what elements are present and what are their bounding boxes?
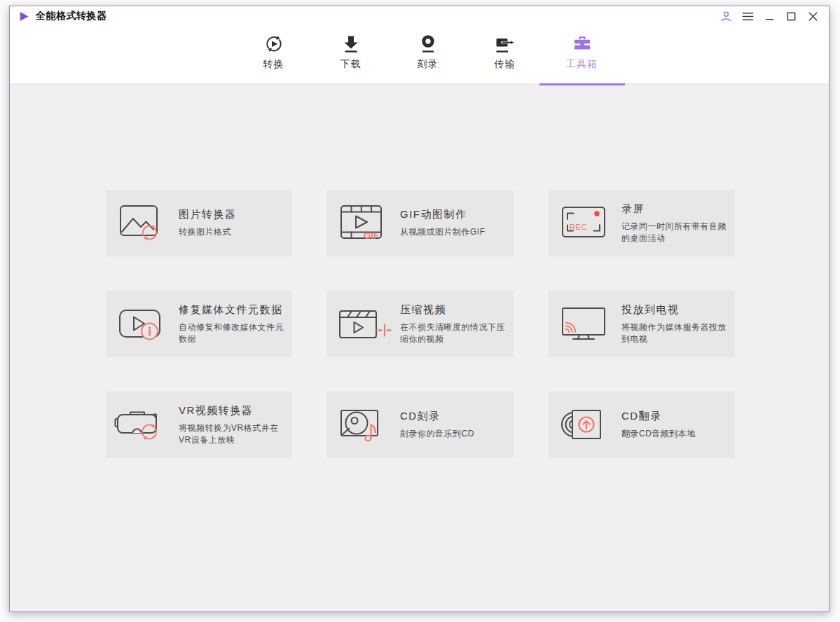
minimize-button[interactable] bbox=[761, 8, 778, 24]
card-title: GIF动图制作 bbox=[400, 208, 507, 221]
window-controls bbox=[717, 8, 822, 24]
card-description: 从视频或图片制作GIF bbox=[400, 226, 507, 238]
card-description: 刻录你的音乐到CD bbox=[400, 428, 507, 440]
cast-tv-icon bbox=[557, 303, 613, 346]
video-compressor-icon bbox=[336, 303, 392, 346]
card-description: 将视频转换为VR格式并在VR设备上放映 bbox=[179, 422, 285, 446]
card-description: 记录同一时间所有带有音频的桌面活动 bbox=[621, 221, 728, 244]
download-icon bbox=[340, 33, 362, 55]
app-logo-icon bbox=[18, 11, 30, 22]
card-video-compressor[interactable]: 压缩视频 在不损失清晰度的情况下压缩你的视频 bbox=[327, 291, 514, 357]
cd-burner-icon bbox=[336, 403, 392, 447]
main-nav: 转换 下载 刻录 传输 工具箱 bbox=[10, 26, 829, 85]
card-description: 转换图片格式 bbox=[179, 226, 285, 238]
card-metadata-fixer[interactable]: 修复媒体文件元数据 自动修复和修改媒体文件元数据 bbox=[106, 291, 292, 357]
image-converter-icon bbox=[114, 202, 170, 245]
card-text: CD翻录 翻录CD音频到本地 bbox=[621, 410, 728, 440]
tab-toolbox[interactable]: 工具箱 bbox=[549, 26, 616, 83]
tab-label: 转换 bbox=[263, 58, 284, 71]
tools-grid: 图片转换器 转换图片格式 GIF GIF动图制作 从视频或图片制作GIF REC… bbox=[106, 190, 735, 458]
card-title: 压缩视频 bbox=[400, 303, 507, 317]
cd-ripper-icon bbox=[557, 403, 613, 447]
card-text: 图片转换器 转换图片格式 bbox=[179, 208, 285, 238]
window-title: 全能格式转换器 bbox=[36, 10, 107, 22]
metadata-fixer-icon bbox=[114, 303, 170, 346]
card-title: 图片转换器 bbox=[179, 208, 285, 221]
menu-button[interactable] bbox=[739, 8, 757, 24]
vr-converter-icon bbox=[114, 403, 170, 447]
card-vr-converter[interactable]: VR视频转换器 将视频转换为VR格式并在VR设备上放映 bbox=[106, 392, 292, 458]
transfer-icon bbox=[495, 33, 516, 55]
card-text: GIF动图制作 从视频或图片制作GIF bbox=[400, 208, 507, 238]
gif-maker-icon: GIF bbox=[336, 202, 392, 245]
card-title: 录屏 bbox=[621, 202, 728, 216]
tab-convert[interactable]: 转换 bbox=[240, 26, 308, 83]
card-description: 将视频作为媒体服务器投放到电视 bbox=[621, 322, 728, 345]
card-text: CD刻录 刻录你的音乐到CD bbox=[400, 410, 507, 440]
titlebar: 全能格式转换器 bbox=[10, 6, 829, 26]
card-text: VR视频转换器 将视频转换为VR格式并在VR设备上放映 bbox=[179, 404, 285, 446]
card-screen-recorder[interactable]: REC 录屏 记录同一时间所有带有音频的桌面活动 bbox=[549, 190, 735, 256]
card-title: CD刻录 bbox=[400, 410, 507, 423]
tab-download[interactable]: 下载 bbox=[317, 26, 385, 83]
card-text: 修复媒体文件元数据 自动修复和修改媒体文件元数据 bbox=[179, 303, 285, 345]
card-cast-to-tv[interactable]: 投放到电视 将视频作为媒体服务器投放到电视 bbox=[549, 291, 735, 357]
maximize-button[interactable] bbox=[783, 8, 800, 24]
close-button[interactable] bbox=[804, 8, 822, 24]
svg-text:REC: REC bbox=[570, 223, 588, 231]
svg-text:GIF: GIF bbox=[364, 230, 379, 240]
card-text: 压缩视频 在不损失清晰度的情况下压缩你的视频 bbox=[400, 303, 507, 345]
toolbox-panel: 图片转换器 转换图片格式 GIF GIF动图制作 从视频或图片制作GIF REC… bbox=[10, 85, 829, 611]
card-description: 自动修复和修改媒体文件元数据 bbox=[179, 322, 285, 345]
tab-label: 传输 bbox=[495, 58, 516, 71]
card-title: 修复媒体文件元数据 bbox=[179, 303, 285, 317]
tab-label: 下载 bbox=[340, 58, 362, 71]
burn-icon bbox=[418, 33, 439, 55]
card-image-converter[interactable]: 图片转换器 转换图片格式 bbox=[106, 190, 292, 256]
card-description: 翻录CD音频到本地 bbox=[621, 428, 728, 440]
card-text: 录屏 记录同一时间所有带有音频的桌面活动 bbox=[621, 202, 728, 244]
app-window: 全能格式转换器 转换 下载 刻录 传输 bbox=[9, 6, 829, 612]
convert-icon bbox=[263, 33, 284, 55]
tab-transfer[interactable]: 传输 bbox=[471, 26, 539, 83]
card-title: VR视频转换器 bbox=[179, 404, 285, 417]
nav-tabs: 转换 下载 刻录 传输 工具箱 bbox=[235, 26, 621, 83]
card-text: 投放到电视 将视频作为媒体服务器投放到电视 bbox=[621, 303, 728, 345]
card-description: 在不损失清晰度的情况下压缩你的视频 bbox=[400, 322, 507, 345]
user-button[interactable] bbox=[717, 8, 735, 24]
tab-label: 工具箱 bbox=[566, 58, 598, 71]
card-cd-ripper[interactable]: CD翻录 翻录CD音频到本地 bbox=[549, 392, 735, 458]
tab-label: 刻录 bbox=[418, 58, 439, 71]
card-title: CD翻录 bbox=[621, 410, 728, 423]
tab-burn[interactable]: 刻录 bbox=[394, 26, 462, 83]
card-gif-maker[interactable]: GIF GIF动图制作 从视频或图片制作GIF bbox=[327, 190, 514, 256]
screen-recorder-icon: REC bbox=[557, 202, 613, 245]
card-cd-burner[interactable]: CD刻录 刻录你的音乐到CD bbox=[327, 392, 514, 458]
toolbox-icon bbox=[572, 33, 593, 55]
card-title: 投放到电视 bbox=[621, 303, 728, 317]
